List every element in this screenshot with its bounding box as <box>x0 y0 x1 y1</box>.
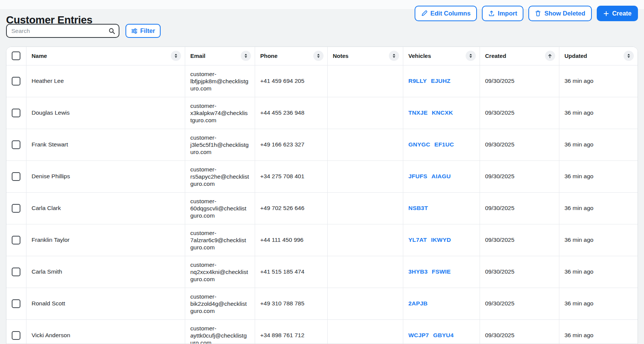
vehicle-link[interactable]: 3HYB3 <box>409 268 428 275</box>
cell-phone: +49 702 526 646 <box>255 192 327 224</box>
table-row: Denise Phillipscustomer-rs5apyc2he@check… <box>6 160 638 192</box>
vehicle-link[interactable]: WCJP7 <box>409 332 429 339</box>
vehicle-link[interactable]: R9LLY <box>409 78 427 84</box>
vehicle-link[interactable]: KNCXK <box>432 109 453 116</box>
cell-email: customer-ayttk0cufj@checklistguro.com <box>185 319 255 344</box>
cell-email: customer-j3le5c5f1h@checklistguro.com <box>185 129 255 160</box>
search-input[interactable] <box>6 24 119 38</box>
vehicle-link[interactable]: JFUFS <box>409 173 427 180</box>
row-checkbox[interactable] <box>12 140 20 149</box>
cell-created: 09/30/2025 <box>480 192 559 224</box>
sort-button-updated[interactable] <box>624 51 634 61</box>
row-checkbox[interactable] <box>12 331 20 340</box>
row-checkbox[interactable] <box>12 109 20 117</box>
column-header-label: Name <box>32 53 47 59</box>
cell-vehicles: 2APJB <box>403 288 480 319</box>
column-header-name: Name <box>26 47 185 65</box>
create-button[interactable]: Create <box>597 6 638 21</box>
vehicle-link[interactable]: AIAGU <box>432 173 451 180</box>
cell-name: Ronald Scott <box>26 288 185 319</box>
sort-button-created-ascending[interactable] <box>545 51 555 61</box>
cell-phone: +44 111 450 996 <box>255 224 327 256</box>
vehicle-link[interactable]: EF1UC <box>434 141 454 148</box>
row-select-cell <box>6 65 26 97</box>
search-row: Filter <box>6 24 161 38</box>
cell-phone: +44 455 236 948 <box>255 97 327 129</box>
sort-button-vehicles[interactable] <box>466 51 476 61</box>
vehicle-link[interactable]: TNXJE <box>409 109 428 116</box>
cell-name: Carla Smith <box>26 256 185 288</box>
customer-entries-page: Customer Entries Edit Columns Import Sho… <box>0 0 644 344</box>
trash-icon <box>535 10 541 17</box>
cell-email: customer-bik2zold4g@checklistguro.com <box>185 288 255 319</box>
row-checkbox[interactable] <box>12 299 20 308</box>
search-icon[interactable] <box>108 28 115 34</box>
table-header-row: NameEmailPhoneNotesVehiclesCreatedUpdate… <box>6 47 638 65</box>
row-select-cell <box>6 192 26 224</box>
sort-button-email[interactable] <box>241 51 251 61</box>
column-header-created: Created <box>480 47 559 65</box>
select-all-checkbox[interactable] <box>12 51 20 60</box>
vehicle-link[interactable]: IKWYD <box>431 237 451 243</box>
vehicle-link[interactable]: FSWIE <box>432 268 450 275</box>
sort-button-phone[interactable] <box>313 51 324 61</box>
column-header-label: Updated <box>565 53 587 59</box>
select-all-header <box>6 47 26 65</box>
cell-vehicles: R9LLYEJUHZ <box>403 65 480 97</box>
cell-notes <box>327 224 403 256</box>
cell-created: 09/30/2025 <box>480 256 559 288</box>
column-header-label: Email <box>190 53 206 59</box>
cell-vehicles: WCJP7GBYU4 <box>403 319 480 344</box>
vehicle-link[interactable]: NSB3T <box>409 205 428 212</box>
cell-name: Douglas Lewis <box>26 97 185 129</box>
import-button[interactable]: Import <box>482 6 523 21</box>
sort-button-name[interactable] <box>171 51 181 61</box>
cell-vehicles: 3HYB3FSWIE <box>403 256 480 288</box>
vehicle-link[interactable]: GNYGC <box>409 141 430 148</box>
table-row: Franklin Taylorcustomer-7alzrar6c9@check… <box>6 224 638 256</box>
row-checkbox[interactable] <box>12 204 20 213</box>
cell-phone: +49 310 788 785 <box>255 288 327 319</box>
import-label: Import <box>498 10 517 17</box>
row-select-cell <box>6 256 26 288</box>
cell-email: customer-x3kalpkw74@checklistguro.com <box>185 97 255 129</box>
show-deleted-button[interactable]: Show Deleted <box>528 6 591 21</box>
create-label: Create <box>612 10 632 17</box>
cell-email: customer-7alzrar6c9@checklistguro.com <box>185 224 255 256</box>
cell-vehicles: GNYGCEF1UC <box>403 129 480 160</box>
filter-label: Filter <box>140 28 155 34</box>
cell-updated: 36 min ago <box>559 160 638 192</box>
row-checkbox[interactable] <box>12 236 20 244</box>
column-header-notes: Notes <box>327 47 403 65</box>
cell-name: Vicki Anderson <box>26 319 185 344</box>
vehicle-link[interactable]: GBYU4 <box>433 332 454 339</box>
vehicle-link[interactable]: YL7AT <box>409 237 427 243</box>
column-header-vehicles: Vehicles <box>403 47 480 65</box>
cell-email: customer-60dqgscvli@checklistguro.com <box>185 192 255 224</box>
cell-vehicles: NSB3T <box>403 192 480 224</box>
cell-vehicles: TNXJEKNCXK <box>403 97 480 129</box>
row-checkbox[interactable] <box>12 268 20 276</box>
search-box <box>6 24 119 38</box>
edit-columns-button[interactable]: Edit Columns <box>415 6 477 21</box>
table-row: Frank Stewartcustomer-j3le5c5f1h@checkli… <box>6 129 638 160</box>
row-select-cell <box>6 224 26 256</box>
cell-name: Denise Phillips <box>26 160 185 192</box>
row-checkbox[interactable] <box>12 77 20 86</box>
cell-created: 09/30/2025 <box>480 65 559 97</box>
vehicle-link[interactable]: 2APJB <box>409 300 428 307</box>
cell-phone: +34 275 708 401 <box>255 160 327 192</box>
cell-name: Franklin Taylor <box>26 224 185 256</box>
cell-phone: +41 515 185 474 <box>255 256 327 288</box>
vehicle-link[interactable]: EJUHZ <box>431 78 450 84</box>
cell-email: customer-lbfjpjpk8m@checklistguro.com <box>185 65 255 97</box>
filter-button[interactable]: Filter <box>125 24 161 38</box>
cell-phone: +34 898 761 712 <box>255 319 327 344</box>
column-header-label: Notes <box>333 53 349 59</box>
cell-email: customer-nq2xcx4kni@checklistguro.com <box>185 256 255 288</box>
cell-created: 09/30/2025 <box>480 129 559 160</box>
row-checkbox[interactable] <box>12 172 20 181</box>
cell-phone: +49 166 623 327 <box>255 129 327 160</box>
sort-button-notes[interactable] <box>389 51 399 61</box>
cell-notes <box>327 192 403 224</box>
